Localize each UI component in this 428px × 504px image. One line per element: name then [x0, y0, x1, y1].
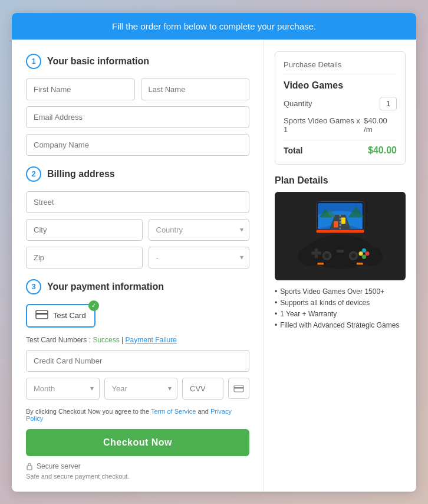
zip-state-row: -: [26, 247, 249, 269]
svg-rect-3: [234, 387, 243, 389]
svg-rect-20: [311, 251, 321, 254]
step1-circle: 1: [26, 54, 41, 69]
checkout-button[interactable]: Checkout Now: [26, 429, 249, 456]
zip-input[interactable]: [26, 247, 143, 269]
card-icon: [35, 310, 48, 322]
secure-row: Secure server: [26, 462, 249, 470]
terms-text: By clicking Checkout Now you agree to th…: [26, 408, 249, 422]
country-select[interactable]: Country: [149, 219, 250, 241]
svg-point-24: [362, 254, 366, 258]
section2-header: 2 Billing address: [26, 166, 249, 182]
product-name: Video Games: [284, 80, 397, 91]
feature-4: Filled with Advanced Strategic Games: [275, 321, 406, 329]
secure-subtext: Safe and secure payment checkout.: [26, 473, 249, 480]
cc-icon-box: [228, 378, 249, 399]
total-row: Total $40.00: [284, 145, 397, 156]
cc-number-row: [26, 350, 249, 372]
card-label: Test Card: [53, 311, 86, 320]
section3-header: 3 Your payment information: [26, 279, 249, 294]
secure-label: Secure server: [37, 462, 81, 470]
svg-point-22: [365, 251, 369, 256]
cvv-input[interactable]: [182, 378, 223, 400]
city-country-row: Country: [26, 219, 249, 241]
step2-circle: 2: [26, 166, 41, 182]
svg-point-21: [362, 248, 366, 252]
purchase-box: Purchase Details Video Games Quantity 1 …: [275, 51, 406, 165]
state-select-wrap: -: [149, 247, 250, 269]
check-badge: ✓: [88, 300, 99, 311]
street-row: [26, 191, 249, 213]
section3-title: Your payment information: [47, 282, 164, 292]
company-input[interactable]: [26, 134, 249, 156]
payment-failure-link[interactable]: Payment Failure: [126, 336, 177, 344]
price-row: Sports Video Games x 1 $40.00 /m: [284, 116, 397, 140]
feature-1: Sports Video Games Over 1500+: [275, 287, 406, 296]
line-item-label: Sports Video Games x 1: [284, 116, 364, 134]
svg-rect-15: [317, 230, 364, 233]
company-row: [26, 134, 249, 156]
svg-point-26: [325, 253, 329, 257]
success-label: Success: [93, 336, 119, 344]
header-banner: Fill the order form below to complete yo…: [12, 13, 416, 40]
section1-title: Your basic information: [47, 56, 149, 67]
product-image: [275, 192, 406, 280]
section2-title: Billing address: [47, 169, 115, 179]
right-panel: Purchase Details Video Games Quantity 1 …: [264, 40, 416, 492]
first-name-input[interactable]: [26, 78, 135, 100]
svg-rect-11: [341, 217, 345, 224]
qty-row: Quantity 1: [284, 97, 397, 110]
city-input[interactable]: [26, 219, 143, 241]
plan-title: Plan Details: [275, 175, 406, 186]
last-name-input[interactable]: [141, 78, 250, 100]
svg-rect-31: [357, 263, 363, 265]
country-select-wrap: Country: [149, 219, 250, 241]
purchase-box-title: Purchase Details: [284, 60, 397, 74]
svg-rect-4: [27, 466, 32, 470]
step3-circle: 3: [26, 279, 41, 294]
feature-2: Supports all kinds of devices: [275, 299, 406, 307]
state-select[interactable]: -: [149, 247, 250, 269]
plan-features: Sports Video Games Over 1500+ Supports a…: [275, 287, 406, 329]
line-item-price: $40.00 /m: [364, 116, 397, 134]
test-card-numbers: Test Card Numbers : Success | Payment Fa…: [26, 336, 249, 344]
total-label: Total: [284, 146, 302, 155]
svg-rect-29: [337, 250, 344, 253]
year-select[interactable]: Year 202420252026 202720282029: [104, 378, 178, 400]
section1-header: 1 Your basic information: [26, 54, 249, 69]
total-amount: $40.00: [368, 145, 397, 156]
qty-label: Quantity: [284, 99, 312, 108]
svg-point-23: [359, 251, 363, 256]
left-panel: 1 Your basic information 2 Billing addre…: [12, 40, 264, 492]
street-input[interactable]: [26, 191, 249, 213]
body-wrap: 1 Your basic information 2 Billing addre…: [12, 40, 416, 492]
email-input[interactable]: [26, 106, 249, 128]
name-row: [26, 78, 249, 100]
month-select-wrap: Month 010203 040506 070809 101112: [26, 378, 100, 400]
feature-3: 1 Year + Warranty: [275, 310, 406, 318]
svg-rect-10: [334, 221, 338, 227]
lock-icon: [26, 462, 33, 470]
svg-rect-30: [317, 263, 324, 265]
svg-rect-1: [36, 313, 48, 315]
cc-number-input[interactable]: [26, 350, 249, 372]
month-select[interactable]: Month 010203 040506 070809 101112: [26, 378, 100, 400]
year-select-wrap: Year 202420252026 202720282029: [104, 378, 178, 400]
email-row: [26, 106, 249, 128]
main-container: Fill the order form below to complete yo…: [12, 13, 416, 492]
terms-link[interactable]: Term of Service: [151, 408, 196, 415]
banner-text: Fill the order form below to complete yo…: [112, 21, 316, 31]
qty-value: 1: [380, 97, 397, 110]
card-option[interactable]: Test Card ✓: [26, 304, 96, 328]
cc-details-row: Month 010203 040506 070809 101112 Year 2…: [26, 378, 249, 400]
svg-point-28: [351, 253, 355, 257]
